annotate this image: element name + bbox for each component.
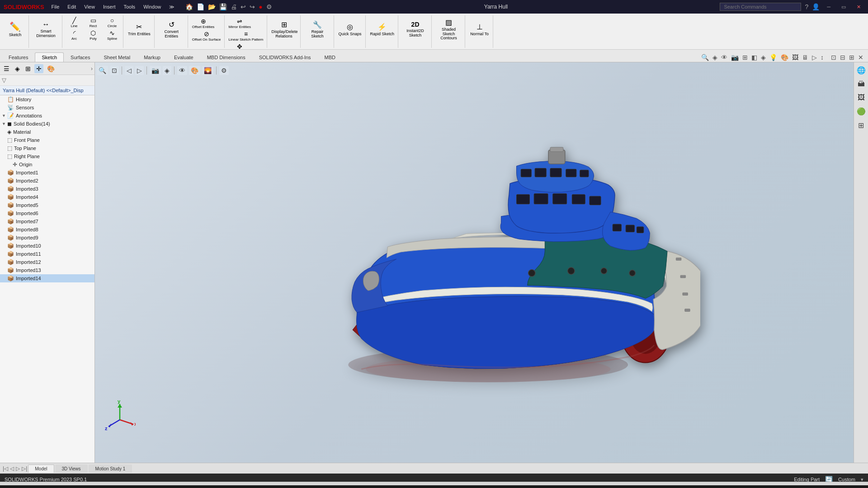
tree-item-imported1[interactable]: 📦Imported1 (0, 169, 94, 177)
print-icon[interactable]: 🖨 (231, 3, 237, 10)
search-tab-icon[interactable]: 🔍 (700, 53, 710, 62)
home-icon[interactable]: 🏠 (185, 3, 193, 10)
display-delete-relations-button[interactable]: ⊞ Display/Delete Relations (270, 16, 298, 42)
tree-item-imported10[interactable]: 📦Imported10 (0, 242, 94, 250)
display-icon[interactable]: 🖥 (801, 53, 809, 62)
panel-expand-icon[interactable]: › (91, 66, 93, 72)
close-tab-icon[interactable]: ✕ (857, 53, 864, 62)
tree-item-top-plane[interactable]: ⬚Top Plane (0, 144, 94, 152)
tree-item-annotations[interactable]: ▼📝Annotations (0, 112, 94, 120)
tree-item-imported13[interactable]: 📦Imported13 (0, 266, 94, 274)
tab-surfaces[interactable]: Surfaces (64, 52, 97, 62)
menu-view[interactable]: View (80, 3, 99, 11)
tree-expand-solid-bodies[interactable]: ▼ (2, 122, 6, 126)
camera-icon[interactable]: 📷 (730, 53, 740, 62)
panel-tool-config[interactable]: ⊞ (24, 64, 33, 73)
menu-edit[interactable]: Edit (64, 3, 80, 11)
circle-button[interactable]: ○ Circle (103, 16, 121, 28)
account-icon[interactable]: 👤 (812, 3, 820, 10)
tab-arrow-left1[interactable]: |◁ (2, 465, 9, 473)
offset-entities-button[interactable]: ⊕ Offset Entities (191, 17, 216, 29)
decal-icon[interactable]: 🖼 (791, 53, 799, 62)
arc-button[interactable]: ◜ Arc (65, 29, 83, 41)
rectangle-button[interactable]: ▭ Rect (84, 16, 102, 28)
tree-item-imported3[interactable]: 📦Imported3 (0, 185, 94, 193)
tree-item-imported14[interactable]: 📦Imported14 (0, 274, 94, 282)
btm-tab-3dviews[interactable]: 3D Views (55, 465, 88, 473)
vp-prev-view-btn[interactable]: ◁ (125, 66, 133, 75)
tab-mbd-dimensions[interactable]: MBD Dimensions (200, 52, 252, 62)
help-icon[interactable]: ? (805, 3, 808, 10)
tree-item-imported2[interactable]: 📦Imported2 (0, 177, 94, 185)
tree-item-sensors[interactable]: 📡Sensors (0, 103, 94, 112)
quick-snaps-button[interactable]: ◎ Quick Snaps (337, 16, 363, 42)
dim-icon[interactable]: ↕ (820, 53, 825, 62)
tree-expand-annotations[interactable]: ▼ (2, 113, 6, 118)
new-doc-icon[interactable]: 📄 (197, 3, 204, 10)
save-icon[interactable]: 💾 (219, 3, 227, 10)
tab-arrow-left2[interactable]: ◁ (9, 465, 15, 473)
rapid-sketch-button[interactable]: ⚡ Rapid Sketch (368, 16, 396, 42)
tree-item-history[interactable]: 📋History (0, 95, 94, 103)
open-icon[interactable]: 📂 (208, 3, 216, 10)
orient-icon[interactable]: ◧ (750, 53, 758, 62)
menu-more[interactable]: ≫ (165, 3, 178, 11)
tab-mbd[interactable]: MBD (318, 52, 342, 62)
display-manager-btn[interactable]: ⊞ (856, 119, 866, 131)
menu-tools[interactable]: Tools (120, 3, 139, 11)
material-icon[interactable]: ◈ (760, 53, 767, 62)
move-entities-button[interactable]: ✥ Move Entities (227, 42, 252, 50)
tree-item-imported4[interactable]: 📦Imported4 (0, 193, 94, 201)
tree-item-right-plane[interactable]: ⬚Right Plane (0, 152, 94, 160)
panel-tool-list[interactable]: ☰ (2, 64, 11, 73)
sketch-button[interactable]: ✏️ Sketch (5, 16, 26, 42)
tree-item-imported7[interactable]: 📦Imported7 (0, 217, 94, 225)
linear-sketch-pattern-button[interactable]: ≡ Linear Sketch Pattern (227, 30, 265, 42)
snap-icon[interactable]: ◈ (712, 53, 718, 62)
redo-icon[interactable]: ↪ (250, 3, 255, 10)
minimize-tab-icon[interactable]: ⊟ (839, 53, 846, 62)
btm-tab-motion[interactable]: Motion Study 1 (89, 465, 132, 473)
menu-window[interactable]: Window (140, 3, 165, 11)
menu-insert[interactable]: Insert (99, 3, 119, 11)
options-icon[interactable]: ⚙ (266, 3, 272, 10)
tree-item-material[interactable]: ◈Material (0, 128, 94, 136)
repair-sketch-button[interactable]: 🔧 Repair Sketch (303, 16, 332, 42)
tab-sketch[interactable]: Sketch (35, 52, 64, 62)
minimize-button[interactable]: ─ (823, 3, 834, 10)
tab-solidworks-addins[interactable]: SOLIDWORKS Add-Ins (252, 52, 318, 62)
scene-icon[interactable]: 🎨 (780, 53, 789, 62)
tab-arrow-right1[interactable]: ▷ (15, 465, 21, 473)
panel-tool-props[interactable]: ◈ (13, 64, 22, 73)
btm-tab-model[interactable]: Model (28, 465, 54, 473)
line-button[interactable]: ╱ Line (65, 16, 83, 28)
start-button[interactable] (4, 486, 22, 488)
rebuild-icon[interactable]: ● (259, 3, 262, 10)
view-icon[interactable]: 👁 (720, 53, 728, 62)
tree-item-imported12[interactable]: 📦Imported12 (0, 258, 94, 266)
tab-features[interactable]: Features (2, 52, 35, 62)
apply-icon[interactable]: ▷ (811, 53, 818, 62)
tab-evaluate[interactable]: Evaluate (167, 52, 200, 62)
spline-button[interactable]: ∿ Spline (103, 29, 121, 41)
custom-properties-btn[interactable]: 🟢 (855, 105, 868, 117)
view2-icon[interactable]: ⊞ (741, 53, 749, 62)
tree-item-imported6[interactable]: 📦Imported6 (0, 209, 94, 217)
viewport[interactable]: 🔍 ⊡ ◁ ▷ 📷 ◈ 👁 🎨 🌄 ⚙ (95, 62, 854, 463)
tab-sheet-metal[interactable]: Sheet Metal (97, 52, 137, 62)
tree-item-imported8[interactable]: 📦Imported8 (0, 225, 94, 234)
restore-button[interactable]: ▭ (838, 3, 849, 11)
polygon-button[interactable]: ⬡ Poly (84, 29, 102, 41)
tree-item-imported5[interactable]: 📦Imported5 (0, 201, 94, 209)
smart-dimension-button[interactable]: ↔ Smart Dimension (32, 16, 60, 42)
tree-item-origin[interactable]: ✛Origin (0, 160, 94, 169)
tree-item-solid-bodies[interactable]: ▼◼Solid Bodies(14) (0, 120, 94, 128)
close-button[interactable]: ✕ (853, 3, 864, 11)
tab-arrow-right2[interactable]: ▷| (21, 465, 28, 473)
decals-btn[interactable]: 🖼 (856, 92, 867, 103)
appearances-btn[interactable]: 🌐 (855, 64, 868, 76)
normal-to-button[interactable]: ⊥ Normal To (468, 16, 491, 42)
light-icon[interactable]: 💡 (769, 53, 778, 62)
scenes-btn[interactable]: 🏔 (856, 78, 867, 90)
restore-tab-icon[interactable]: ⊡ (830, 53, 837, 62)
